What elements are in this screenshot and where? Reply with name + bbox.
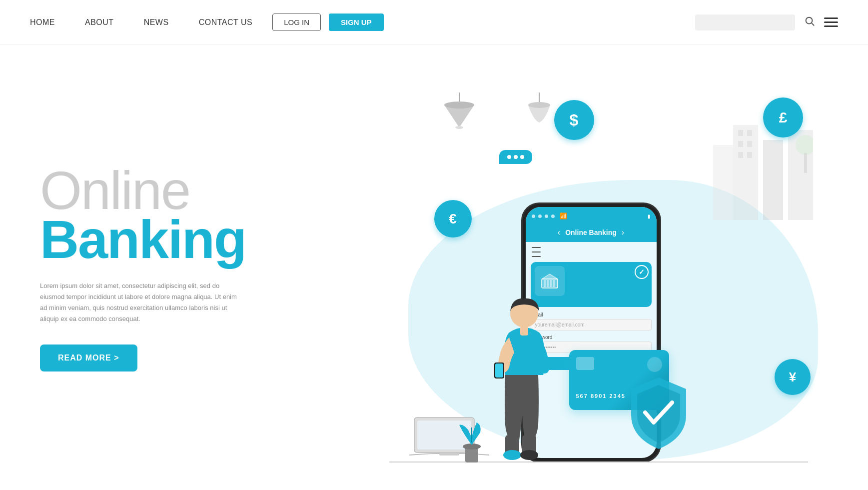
- phone-nav-bar: ‹ Online Banking ›: [526, 225, 657, 242]
- svg-point-17: [520, 450, 538, 460]
- svg-point-0: [806, 17, 813, 24]
- navbar: HOME ABOUT NEWS CONTACT US LOG IN SIGN U…: [0, 0, 868, 45]
- svg-rect-13: [495, 364, 503, 378]
- check-badge: [635, 265, 649, 279]
- login-button[interactable]: LOG IN: [272, 14, 321, 31]
- nav-links: HOME ABOUT NEWS CONTACT US: [30, 18, 252, 27]
- nav-link-home[interactable]: HOME: [30, 18, 55, 26]
- svg-point-37: [444, 102, 474, 108]
- svg-point-16: [503, 450, 521, 460]
- svg-rect-25: [763, 140, 783, 220]
- main-content: Online Banking Lorem ipsum dolor sit ame…: [0, 45, 868, 490]
- svg-point-4: [528, 102, 550, 108]
- nav-right: [695, 14, 838, 30]
- svg-rect-24: [733, 125, 758, 220]
- svg-rect-20: [547, 280, 549, 287]
- svg-rect-30: [738, 141, 743, 147]
- hero-description: Lorem ipsum dolor sit amet, consectetur …: [40, 280, 240, 324]
- shield-icon: [626, 375, 691, 450]
- chat-bubble-icon: [499, 150, 532, 164]
- credit-card-circle-decoration: [647, 357, 662, 372]
- svg-rect-31: [747, 141, 752, 147]
- dollar-coin: $: [554, 100, 594, 140]
- svg-rect-26: [713, 145, 733, 220]
- signup-button[interactable]: SIGN UP: [329, 14, 384, 31]
- phone-nav-title: Online Banking: [565, 228, 617, 236]
- person-illustration: [484, 292, 554, 462]
- svg-rect-22: [553, 280, 555, 287]
- svg-rect-19: [544, 280, 546, 287]
- nav-item-contact[interactable]: CONTACT US: [199, 18, 253, 27]
- ceiling-lamp-icon: [434, 92, 484, 140]
- svg-point-38: [455, 126, 463, 129]
- phone-status-bar: 📶 ▮: [526, 207, 657, 225]
- phone-forward-arrow: ›: [622, 228, 624, 237]
- read-more-button[interactable]: READ MORE >: [40, 344, 137, 372]
- bank-icon-wrapper: [535, 266, 565, 296]
- svg-rect-11: [520, 326, 528, 336]
- ground-line: [389, 462, 809, 462]
- lamp-icon: [519, 92, 559, 144]
- nav-item-about[interactable]: ABOUT: [85, 18, 114, 27]
- svg-rect-28: [738, 130, 743, 136]
- svg-line-1: [812, 23, 814, 26]
- nav-link-contact[interactable]: CONTACT US: [199, 18, 253, 26]
- search-icon[interactable]: [804, 16, 815, 30]
- nav-item-home[interactable]: HOME: [30, 18, 55, 27]
- svg-rect-21: [550, 280, 552, 287]
- nav-link-about[interactable]: ABOUT: [85, 18, 114, 26]
- hero-section: Online Banking Lorem ipsum dolor sit ame…: [30, 164, 260, 372]
- search-input[interactable]: [695, 14, 795, 30]
- yen-coin: ¥: [775, 359, 811, 395]
- illustration-section: $ € £ ¥: [260, 45, 838, 490]
- svg-rect-29: [747, 130, 752, 136]
- svg-rect-33: [747, 152, 752, 158]
- nav-link-news[interactable]: NEWS: [144, 18, 169, 26]
- nav-actions: LOG IN SIGN UP: [272, 14, 384, 31]
- phone-menu-icon: [526, 242, 657, 262]
- svg-rect-35: [804, 153, 807, 173]
- euro-coin: €: [434, 200, 472, 238]
- phone-back-arrow: ‹: [558, 228, 560, 237]
- hero-title-banking: Banking: [40, 212, 260, 266]
- hamburger-menu-icon[interactable]: [824, 18, 838, 27]
- nav-item-news[interactable]: NEWS: [144, 18, 169, 27]
- svg-rect-32: [738, 152, 743, 158]
- credit-card-number: 567 8901 2345: [576, 393, 626, 399]
- svg-marker-23: [542, 274, 558, 279]
- pound-coin: £: [763, 98, 803, 138]
